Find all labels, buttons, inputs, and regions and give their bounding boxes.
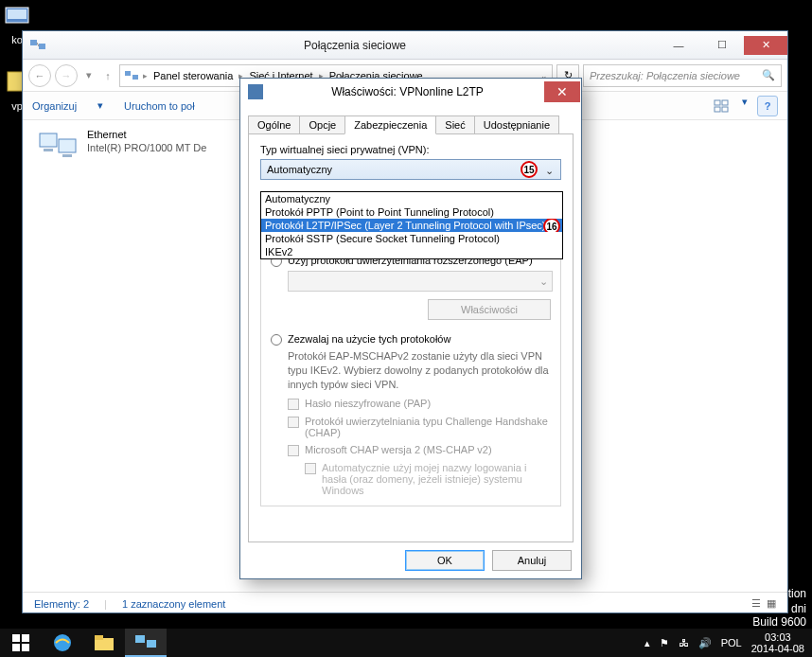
status-item-count: Elementy: 2 — [34, 598, 89, 610]
forward-button[interactable]: → — [55, 64, 78, 87]
chevron-down-icon: ⌄ — [541, 163, 556, 178]
search-icon: 🔍 — [762, 69, 775, 81]
vpn-type-combo[interactable]: Automatyczny 15 ⌄ — [260, 159, 561, 180]
checkbox-mschap — [288, 445, 299, 456]
properties-button: Właściwości — [428, 299, 551, 320]
details-view-icon[interactable]: ☰ — [751, 597, 761, 610]
tab-options[interactable]: Opcje — [299, 115, 345, 134]
search-placeholder: Przeszukaj: Połączenia sieciowe — [590, 70, 740, 81]
vpn-option[interactable]: Protokół PPTP (Point to Point Tunneling … — [261, 205, 562, 219]
up-button[interactable]: ↑ — [100, 64, 115, 87]
tray-network-icon[interactable]: 🖧 — [679, 637, 689, 648]
help-button[interactable]: ? — [757, 96, 778, 116]
checkbox-chap — [288, 417, 299, 428]
close-button[interactable]: ✕ — [544, 81, 580, 102]
close-button[interactable]: ✕ — [744, 36, 787, 55]
svg-rect-8 — [715, 100, 720, 105]
svg-rect-1 — [8, 9, 26, 19]
taskbar-explorer[interactable] — [83, 629, 125, 657]
svg-rect-17 — [22, 634, 29, 642]
start-button[interactable] — [0, 629, 42, 657]
vpn-type-dropdown-list: Automatyczny Protokół PPTP (Point to Poi… — [260, 191, 563, 259]
svg-rect-4 — [39, 44, 45, 49]
tab-general[interactable]: Ogólne — [248, 115, 300, 134]
vpn-option[interactable]: Automatyczny — [261, 192, 562, 205]
svg-rect-22 — [95, 635, 103, 640]
svg-rect-11 — [722, 107, 728, 112]
tray-language[interactable]: POL — [721, 637, 742, 648]
checkbox-chap-label: Protokół uwierzytelniania typu Challenge… — [305, 416, 551, 438]
vpn-option[interactable]: IKEv2 — [261, 245, 562, 258]
maximize-button[interactable]: ☐ — [700, 36, 744, 55]
run-connection[interactable]: Uruchom to poł — [124, 100, 195, 112]
taskbar-network[interactable] — [125, 629, 167, 657]
svg-rect-24 — [147, 640, 156, 648]
taskbar-ie[interactable] — [42, 629, 83, 657]
status-selected: 1 zaznaczony element — [122, 598, 225, 610]
tray-volume-icon[interactable]: 🔊 — [698, 637, 712, 649]
svg-rect-16 — [12, 634, 20, 642]
adapter-desc: Intel(R) PRO/1000 MT De — [87, 141, 206, 154]
combo-value: Automatyczny — [267, 164, 332, 175]
window-title: Połączenia sieciowe — [53, 39, 657, 52]
tab-sharing[interactable]: Udostępnianie — [474, 115, 559, 134]
view-switcher[interactable] — [712, 96, 733, 116]
annotation-badge-15: 15 — [521, 161, 538, 178]
svg-rect-9 — [722, 100, 728, 105]
tray-clock[interactable]: 03:03 2014-04-08 — [751, 631, 804, 654]
tab-strip: Ogólne Opcje Zabezpieczenia Sieć Udostęp… — [248, 115, 574, 133]
tab-network[interactable]: Sieć — [435, 115, 474, 134]
svg-line-5 — [37, 43, 39, 46]
svg-rect-14 — [44, 149, 53, 151]
checkbox-pap-label: Hasło nieszyfrowane (PAP) — [305, 398, 431, 409]
organize-menu[interactable]: Organizuj — [32, 100, 77, 112]
svg-rect-18 — [12, 644, 20, 651]
vpn-type-label: Typ wirtualnej sieci prywatnej (VPN): — [260, 144, 561, 155]
allow-subtext: Protokół EAP-MSCHAPv2 zostanie użyty dla… — [288, 349, 551, 392]
tab-security[interactable]: Zabezpieczenia — [344, 115, 436, 134]
svg-rect-13 — [59, 139, 76, 152]
search-input[interactable]: Przeszukaj: Połączenia sieciowe 🔍 — [583, 64, 782, 87]
dialog-icon — [248, 84, 263, 99]
location-icon — [124, 68, 139, 83]
vpn-option[interactable]: Protokół SSTP (Secure Socket Tunneling P… — [261, 232, 562, 245]
checkbox-auto-label: Automatycznie użyj mojej nazwy logowania… — [322, 462, 551, 496]
svg-rect-12 — [40, 133, 57, 147]
vpn-option-selected[interactable]: Protokół L2TP/IPSec (Layer 2 Tunneling P… — [261, 219, 562, 232]
tray-up-icon[interactable]: ▴ — [644, 637, 650, 649]
history-dropdown[interactable]: ▾ — [81, 64, 97, 87]
adapter-name: Ethernet — [87, 128, 206, 141]
window-icon — [28, 36, 47, 55]
adapter-item[interactable]: Ethernet Intel(R) PRO/1000 MT De — [38, 128, 237, 162]
dialog-title: Właściwości: VPNonline L2TP — [271, 85, 544, 98]
taskbar: ▴ ⚑ 🖧 🔊 POL 03:03 2014-04-08 — [0, 629, 812, 657]
eap-method-combo: ⌄ — [288, 271, 553, 292]
ok-button[interactable]: OK — [405, 550, 485, 571]
properties-dialog: Właściwości: VPNonline L2TP ✕ Ogólne Opc… — [239, 78, 582, 579]
adapter-icon — [38, 128, 79, 162]
checkbox-auto-credentials — [305, 463, 316, 474]
svg-rect-10 — [715, 107, 720, 112]
annotation-badge-16: 16 — [543, 219, 560, 232]
svg-rect-15 — [62, 154, 72, 157]
checkbox-pap — [288, 399, 299, 410]
svg-rect-23 — [135, 635, 145, 643]
minimize-button[interactable]: — — [657, 36, 700, 55]
svg-rect-19 — [22, 644, 29, 651]
auth-groupbox: Uwierzytelnianie Użyj protokołu uwierzyt… — [260, 242, 561, 506]
tray-flag-icon[interactable]: ⚑ — [660, 637, 669, 649]
breadcrumb-item[interactable]: Panel sterowania — [151, 70, 235, 81]
cancel-button[interactable]: Anuluj — [492, 550, 572, 571]
svg-rect-7 — [132, 75, 138, 80]
checkbox-mschap-label: Microsoft CHAP wersja 2 (MS-CHAP v2) — [305, 444, 492, 455]
svg-rect-6 — [125, 71, 131, 76]
watermark-fragment: tion — [788, 587, 806, 602]
back-button[interactable]: ← — [28, 64, 51, 87]
svg-rect-3 — [30, 40, 37, 45]
icons-view-icon[interactable]: ▦ — [767, 597, 776, 610]
radio-allow-protocols[interactable] — [271, 334, 282, 346]
radio-allow-label: Zezwalaj na użycie tych protokołów — [288, 333, 450, 345]
